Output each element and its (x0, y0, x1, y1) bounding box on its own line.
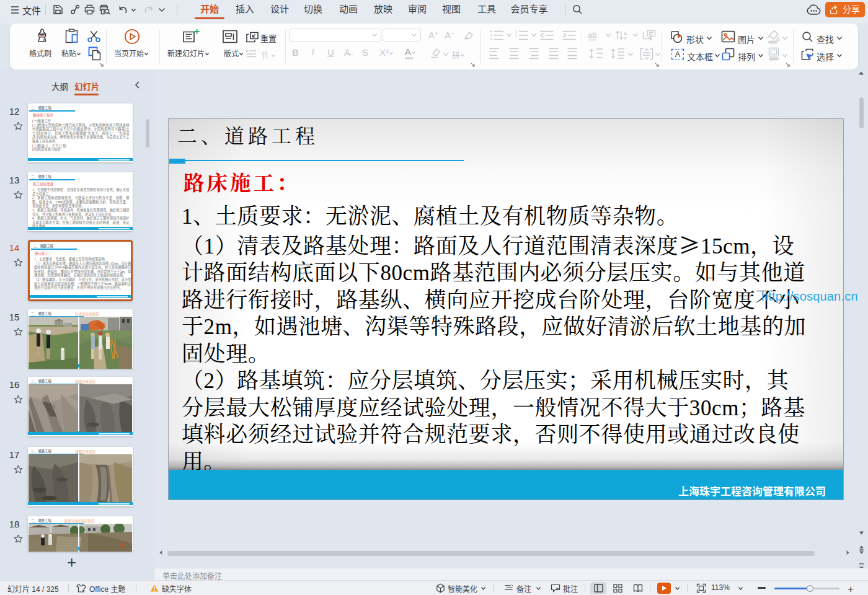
svg-text:ab: ab (588, 30, 596, 40)
svg-text:A: A (675, 50, 681, 59)
svg-text:Z: Z (624, 36, 627, 41)
